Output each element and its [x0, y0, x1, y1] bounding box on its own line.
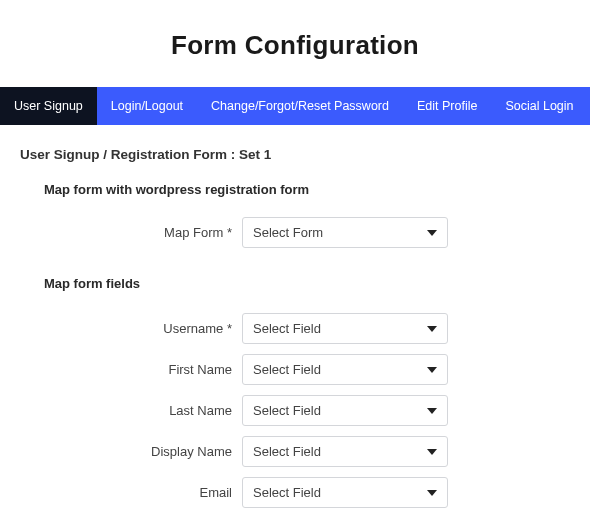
tab-login-logout[interactable]: Login/Logout — [97, 87, 197, 125]
last-name-value: Select Field — [253, 403, 321, 418]
row-last-name: Last Name Select Field — [20, 395, 570, 426]
caret-down-icon — [427, 326, 437, 332]
row-map-form: Map Form * Select Form — [20, 217, 570, 248]
panel-title: User Signup / Registration Form : Set 1 — [20, 147, 570, 162]
first-name-value: Select Field — [253, 362, 321, 377]
email-value: Select Field — [253, 485, 321, 500]
first-name-label: First Name — [20, 362, 242, 377]
caret-down-icon — [427, 230, 437, 236]
tab-change-password[interactable]: Change/Forgot/Reset Password — [197, 87, 403, 125]
email-select[interactable]: Select Field — [242, 477, 448, 508]
display-name-select[interactable]: Select Field — [242, 436, 448, 467]
email-label: Email — [20, 485, 242, 500]
display-name-value: Select Field — [253, 444, 321, 459]
caret-down-icon — [427, 408, 437, 414]
row-first-name: First Name Select Field — [20, 354, 570, 385]
section-map-fields-label: Map form fields — [44, 276, 570, 291]
username-value: Select Field — [253, 321, 321, 336]
map-form-select[interactable]: Select Form — [242, 217, 448, 248]
tab-edit-profile[interactable]: Edit Profile — [403, 87, 491, 125]
last-name-label: Last Name — [20, 403, 242, 418]
tab-user-signup[interactable]: User Signup — [0, 87, 97, 125]
map-form-label: Map Form * — [20, 225, 242, 240]
panel-content: User Signup / Registration Form : Set 1 … — [0, 125, 590, 508]
caret-down-icon — [427, 367, 437, 373]
tab-bar: User Signup Login/Logout Change/Forgot/R… — [0, 87, 590, 125]
row-email: Email Select Field — [20, 477, 570, 508]
row-display-name: Display Name Select Field — [20, 436, 570, 467]
first-name-select[interactable]: Select Field — [242, 354, 448, 385]
username-label: Username * — [20, 321, 242, 336]
page-title: Form Configuration — [0, 0, 590, 87]
map-form-value: Select Form — [253, 225, 323, 240]
display-name-label: Display Name — [20, 444, 242, 459]
row-username: Username * Select Field — [20, 313, 570, 344]
last-name-select[interactable]: Select Field — [242, 395, 448, 426]
caret-down-icon — [427, 490, 437, 496]
username-select[interactable]: Select Field — [242, 313, 448, 344]
tab-social-login[interactable]: Social Login — [491, 87, 587, 125]
caret-down-icon — [427, 449, 437, 455]
section-map-form-label: Map form with wordpress registration for… — [44, 182, 570, 197]
